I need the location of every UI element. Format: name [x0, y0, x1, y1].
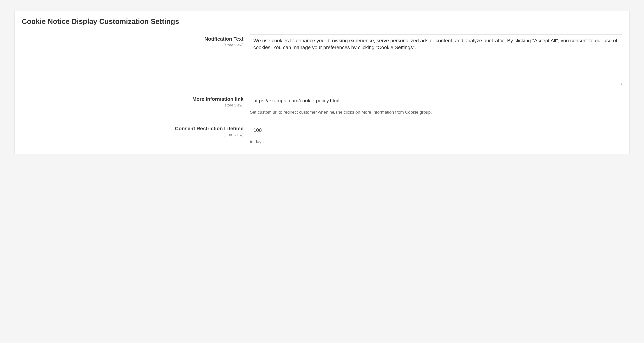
consent-lifetime-note: in days. [250, 139, 622, 145]
input-column: Set custom url to redirect customer when… [250, 95, 622, 115]
notification-text-label: Notification Text [22, 36, 244, 42]
consent-lifetime-input[interactable] [250, 124, 622, 136]
label-column: More Information link [store view] [22, 95, 250, 108]
fieldset: Notification Text [store view] More Info… [14, 35, 630, 154]
more-info-link-input[interactable] [250, 95, 622, 107]
more-info-link-note: Set custom url to redirect customer when… [250, 109, 622, 115]
settings-panel: Cookie Notice Display Customization Sett… [14, 11, 630, 154]
scope-label: [store view] [22, 132, 244, 137]
notification-text-textarea[interactable] [250, 35, 622, 85]
label-column: Notification Text [store view] [22, 35, 250, 48]
field-row-more-info-link: More Information link [store view] Set c… [22, 95, 622, 115]
scope-label: [store view] [22, 43, 244, 48]
input-column [250, 35, 622, 86]
field-row-notification-text: Notification Text [store view] [22, 35, 622, 86]
field-row-consent-lifetime: Consent Restriction Lifetime [store view… [22, 124, 622, 145]
label-column: Consent Restriction Lifetime [store view… [22, 124, 250, 137]
more-info-link-label: More Information link [22, 96, 244, 102]
consent-lifetime-label: Consent Restriction Lifetime [22, 126, 244, 132]
panel-title: Cookie Notice Display Customization Sett… [14, 11, 630, 35]
input-column: in days. [250, 124, 622, 145]
scope-label: [store view] [22, 103, 244, 108]
